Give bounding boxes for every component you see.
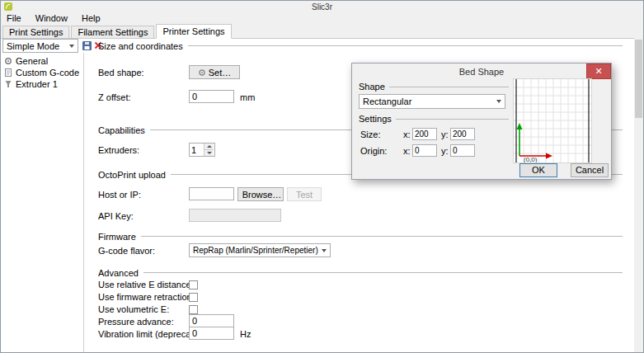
cancel-button[interactable]: Cancel <box>571 163 609 177</box>
close-icon[interactable]: ✕ <box>586 64 611 79</box>
slic3r-logo-icon <box>4 2 12 11</box>
ok-button[interactable]: OK <box>519 163 557 177</box>
origin-annotation: (0,0) <box>524 156 538 162</box>
z-offset-input[interactable] <box>189 90 234 103</box>
window-title: Slic3r <box>312 2 332 12</box>
api-key-label: API Key: <box>98 211 134 222</box>
spinner-buttons <box>204 144 214 156</box>
vibration-limit-input[interactable] <box>189 327 234 340</box>
shape-group-header: Shape <box>359 82 509 92</box>
use-relative-e-label: Use relative E distances: <box>98 280 198 290</box>
menu-window[interactable]: Window <box>30 13 73 24</box>
gcode-flavor-label: G-code flavor: <box>98 246 155 257</box>
section-divider <box>188 45 623 46</box>
shape-select-value: Rectangular <box>363 96 411 106</box>
section-title: Capabilities <box>98 125 145 135</box>
bed-shape-set-button[interactable]: Set… <box>189 65 240 79</box>
tab-printer-settings[interactable]: Printer Settings <box>156 24 231 39</box>
dialog-title: Bed Shape <box>459 67 504 77</box>
use-firmware-retraction-checkbox[interactable] <box>189 293 198 302</box>
set-button-label: Set… <box>209 68 232 78</box>
section-title: Advanced <box>98 268 139 278</box>
host-or-ip-label: Host or IP: <box>98 190 141 200</box>
section-title: Size and coordinates <box>98 41 183 51</box>
tab-print-settings[interactable]: Print Settings <box>2 26 69 39</box>
spinner-up-icon[interactable] <box>204 144 214 150</box>
titlebar[interactable]: Slic3r <box>1 1 643 13</box>
origin-y-label: y: <box>441 146 449 157</box>
origin-x-input[interactable] <box>412 144 437 157</box>
extruders-spinner[interactable] <box>189 143 215 157</box>
section-size-and-coordinates: Size and coordinates <box>98 40 623 51</box>
cancel-button-label: Cancel <box>576 165 604 175</box>
gear-icon <box>198 68 206 77</box>
origin-x-label: x: <box>403 146 411 157</box>
shape-group-label: Shape <box>359 82 385 92</box>
settings-group-header: Settings <box>359 114 509 124</box>
section-divider <box>141 236 623 237</box>
bed-preview-canvas: (0,0) <box>514 79 591 162</box>
spinner-down-icon[interactable] <box>204 150 214 156</box>
scrollbar-thumb[interactable] <box>635 40 642 118</box>
size-label: Size: <box>360 129 380 140</box>
vibration-limit-unit: Hz <box>240 329 251 340</box>
group-divider <box>389 87 509 87</box>
chevron-down-icon <box>322 249 327 252</box>
size-y-label: y: <box>441 129 449 140</box>
gcode-flavor-select[interactable]: RepRap (Marlin/Sprinter/Repetier) <box>189 243 331 257</box>
pressure-advance-label: Pressure advance: <box>98 317 174 327</box>
size-y-input[interactable] <box>450 128 475 140</box>
z-offset-unit: mm <box>240 92 255 103</box>
chevron-down-icon <box>496 100 501 103</box>
section-advanced: Advanced <box>98 267 623 278</box>
tab-bar: Print Settings Filament Settings Printer… <box>1 24 643 39</box>
api-key-input[interactable] <box>189 209 281 222</box>
extruders-input[interactable] <box>190 144 204 156</box>
section-title: Firmware <box>98 232 136 242</box>
host-or-ip-input[interactable] <box>189 187 234 200</box>
shape-select[interactable]: Rectangular <box>359 94 505 109</box>
ok-button-label: OK <box>532 165 545 175</box>
origin-label: Origin: <box>360 146 387 157</box>
menu-file[interactable]: File <box>1 13 27 24</box>
bed-shape-dialog: Bed Shape ✕ Shape Rectangular Settings S… <box>351 63 612 180</box>
section-title: OctoPrint upload <box>98 170 166 180</box>
test-button[interactable]: Test <box>287 187 322 201</box>
pressure-advance-input[interactable] <box>189 314 234 327</box>
gcode-flavor-value: RepRap (Marlin/Sprinter/Repetier) <box>193 246 318 255</box>
size-x-input[interactable] <box>412 128 437 140</box>
use-volumetric-e-checkbox[interactable] <box>189 305 198 314</box>
size-x-label: x: <box>403 129 411 140</box>
section-firmware: Firmware <box>98 231 623 242</box>
settings-group-label: Settings <box>359 114 392 124</box>
origin-y-input[interactable] <box>450 144 475 157</box>
use-firmware-retraction-label: Use firmware retraction: <box>98 292 195 303</box>
browse-button[interactable]: Browse… <box>237 187 284 201</box>
menu-help[interactable]: Help <box>76 13 106 24</box>
test-button-label: Test <box>296 190 313 200</box>
z-offset-label: Z offset: <box>98 92 131 103</box>
tab-filament-settings[interactable]: Filament Settings <box>71 26 154 39</box>
extruders-label: Extruders: <box>98 145 139 156</box>
section-divider <box>143 272 623 273</box>
bed-preview: (0,0) <box>513 78 592 163</box>
vertical-scrollbar[interactable] <box>634 38 643 352</box>
group-divider <box>396 119 509 120</box>
menubar: File Window Help <box>1 13 643 24</box>
use-relative-e-checkbox[interactable] <box>189 280 198 289</box>
slic3r-window: Slic3r File Window Help Print Settings F… <box>0 0 644 353</box>
use-volumetric-e-label: Use volumetric E: <box>98 304 169 315</box>
browse-button-label: Browse… <box>242 190 282 200</box>
bed-shape-label: Bed shape: <box>98 68 144 78</box>
